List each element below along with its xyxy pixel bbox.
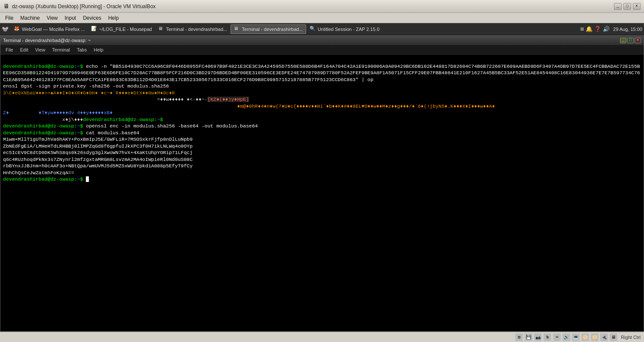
vbox-menu-machine[interactable]: Machine	[17, 14, 43, 22]
zap-icon: 🔍	[310, 26, 316, 33]
status-icon-7: 💻	[572, 333, 580, 341]
vbox-minimize-btn[interactable]: _	[614, 3, 622, 10]
terminal-inner-title: Terminal - devendrashirbad@dz-owasp: ~	[3, 38, 91, 43]
vbox-window-controls: _ □ ×	[614, 3, 641, 10]
status-icon-5: ⌨	[553, 333, 561, 341]
notification-icon: 🔔	[586, 26, 592, 33]
panel-sys-icons: ⊞ 🔔 ❓ 🔊	[580, 26, 610, 33]
terminal-menubar: File Edit View Terminal Tabs Help	[0, 45, 644, 54]
virtualbox-window: 🖥 dz-owasp (Xubuntu Desktop) [Running] -…	[0, 0, 644, 342]
status-icon-2: 💾	[525, 333, 532, 341]
question-icon: ❓	[594, 26, 601, 33]
cmd-3: cat modulus.base64	[86, 130, 139, 136]
terminal-menu-terminal[interactable]: Terminal	[49, 46, 73, 53]
vbox-menu-help[interactable]: Help	[105, 14, 122, 22]
taskbar-firefox-btn[interactable]: 🦊 WebGoat — Mozilla Firefox ...	[11, 24, 88, 34]
network-icon: ⊞	[580, 26, 584, 33]
cmd-1: echo -n "BB5104930C7CC6A96C8F0446D8955FC…	[3, 64, 640, 82]
prompt-dir-inline: ~	[157, 117, 160, 122]
vbox-titlebar: 🖥 dz-owasp (Xubuntu Desktop) [Running] -…	[0, 0, 644, 13]
output-base64-3: ec5IcEV9C8dtD0DK5WhS8qs0k26sdyg3glXwoWN7…	[3, 150, 193, 155]
status-icon-11: 🖥	[610, 333, 617, 341]
panel-right-area: ⊞ 🔔 ❓ 🔊 29 Aug, 15:00	[580, 26, 642, 33]
terminal-menu-help[interactable]: Help	[90, 46, 107, 53]
vbox-title: dz-owasp (Xubuntu Desktop) [Running] - O…	[12, 3, 156, 9]
terminal-window-controls: _ □ ×	[620, 38, 641, 43]
terminal-content[interactable]: devendrashirbad@dz-owasp:~$ echo -n "BB5…	[0, 54, 644, 331]
terminal-inner-titlebar: Terminal - devendrashirbad@dz-owasp: ~ _…	[0, 36, 644, 45]
prompt-dollar-3: $	[80, 130, 86, 136]
status-icon-10: 🔌	[600, 333, 608, 341]
output-orange1: ♦m@♦0hR♦4♦n♦w(7♦U♦c{♦♦♦♦v♦♦Hi`♦b♦♦K♦#♦♦8…	[3, 103, 495, 109]
xubuntu-desktop: 🐭 🦊 WebGoat — Mozilla Firefox ... 📝 ~/LO…	[0, 23, 644, 332]
prompt-3: devendrashirbad@dz-owasp:	[3, 130, 77, 136]
vbox-menu-devices[interactable]: Devices	[79, 14, 105, 22]
mousepad-icon: 📝	[91, 26, 98, 33]
cmd-2: openssl enc -in modulus.sha256 -base64 -…	[86, 123, 258, 129]
vbox-menu-input[interactable]: Input	[61, 14, 80, 22]
vbox-maximize-btn[interactable]: □	[623, 3, 631, 10]
status-icon-9: 📀	[591, 333, 598, 341]
xubuntu-top-panel: 🐭 🦊 WebGoat — Mozilla Firefox ... 📝 ~/LO…	[0, 23, 644, 35]
prompt-dollar-1: $	[80, 64, 86, 69]
terminal2-icon: 🖥	[234, 26, 240, 33]
taskbar-zap-btn[interactable]: 🔍 Untitled Session - ZAP 2.15.0	[307, 24, 382, 34]
terminal-menu-tabs[interactable]: Tabs	[73, 46, 90, 53]
output-base64-4: q6c4RUzhoqdPkNx3s7ZNynrl2mfzgxtaMRGm8Lsv…	[3, 157, 193, 162]
vbox-menubar: File Machine View Input Devices Help	[0, 13, 644, 23]
output-mixed1: =♦♦w♦♦♦♦♦ ♦<-♦♦~-	[3, 97, 207, 102]
terminal-close-btn[interactable]: ×	[635, 38, 641, 43]
prompt-dollar-inline: $	[160, 117, 163, 122]
prompt-final: devendrashirbad@dz-owasp:	[3, 176, 77, 182]
output-mixed2: x♦j\♦♦♦	[3, 117, 83, 122]
taskbar-mousepad-btn[interactable]: 📝 ~/LOG_FILE - Mousepad	[88, 24, 155, 34]
panel-clock: 29 Aug, 15:00	[613, 27, 642, 32]
prompt-dollar-final: $	[80, 176, 86, 182]
status-icon-4: 🖱	[544, 333, 551, 341]
xubuntu-logo-icon: 🐭	[2, 26, 9, 33]
taskbar-terminal2-btn[interactable]: 🖥 Terminal - devendrashirbad...	[231, 24, 306, 34]
vbox-statusbar: ⊞ 💾 📷 🖱 ⌨ 🔊 💻 📀 📀 🔌 🖥 Right Ctrl	[0, 332, 644, 342]
taskbar-terminal1-btn[interactable]: 🖥 Terminal - devendrashirbad...	[155, 24, 230, 34]
prompt-inline: devendrashirbad@dz-owasp:	[83, 117, 157, 122]
vbox-menu-file[interactable]: File	[2, 14, 17, 22]
output-garbage1: 3\ĉ♦e0XNbaU♦♦♦>>♠A♦♦I♦0♦XR♦G♦0H♦ ♦c~♦`R♦…	[3, 90, 175, 96]
vbox-status-icons: ⊞ 💾 📷 🖱 ⌨ 🔊 💻 📀 📀 🔌 🖥	[515, 333, 617, 341]
terminal-menu-edit[interactable]: Edit	[17, 46, 32, 53]
volume-icon: 🔊	[603, 26, 610, 33]
terminal-maximize-btn[interactable]: □	[627, 38, 634, 43]
terminal-minimize-btn[interactable]: _	[620, 38, 626, 43]
output-base64-2: ZbNEdFgEiA/LMHeHTdLRHBBj0lIMPZqGd8f6gpfu…	[3, 143, 193, 149]
output-highlight: [KZ♦(♦♦)y♦HpE]	[207, 97, 249, 102]
status-icon-8: 📀	[581, 333, 589, 341]
output-base64-1: M1wm+MllT1gUTmJhVa6hAKY+PoxBmIpJ5E/GWFLi…	[3, 136, 193, 142]
prompt-2: devendrashirbad@dz-owasp:	[3, 123, 77, 129]
terminal-menu-view[interactable]: View	[32, 46, 49, 53]
firefox-icon: 🦊	[14, 26, 21, 33]
vbox-menu-view[interactable]: View	[43, 14, 61, 22]
status-icon-6: 🔊	[562, 333, 570, 341]
output-base64-6: HnhChQsCeJwZatmhFoKzqA==	[3, 170, 74, 176]
output-blue1: Z♦ ♦T♦yw♦♦♦♦♦dv 4♦♦y♦♦♦♦♦xB♦	[3, 110, 112, 115]
terminal-menu-file[interactable]: File	[2, 46, 17, 53]
prompt-1: devendrashirbad@dz-owasp:	[3, 64, 77, 69]
terminal1-icon: 🖥	[158, 26, 165, 33]
right-ctrl-label: Right Ctrl	[621, 335, 641, 340]
status-icon-1: ⊞	[515, 333, 523, 341]
cmd-1b: enssl dgst -sign private.key -sha256 -ou…	[3, 83, 169, 89]
terminal-window: Terminal - devendrashirbad@dz-owasp: ~ _…	[0, 35, 644, 332]
vbox-close-btn[interactable]: ×	[633, 3, 641, 10]
prompt-dollar-2: $	[80, 123, 86, 129]
vbox-titlebar-left: 🖥 dz-owasp (Xubuntu Desktop) [Running] -…	[3, 3, 156, 10]
status-icon-3: 📷	[534, 333, 542, 341]
terminal-cursor	[86, 176, 89, 182]
output-base64-5: rbBYnxJJBJnm+h0cAAF3o+NBtQpa/wmUVMJ5d5MZ…	[3, 163, 193, 169]
